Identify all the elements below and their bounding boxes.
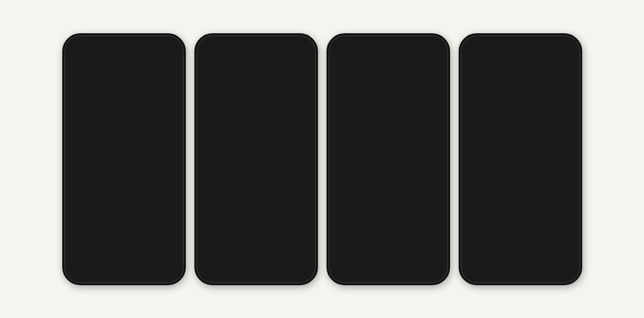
autosave-card-icon: ⇄: [476, 173, 491, 188]
transaction-amount: $20.00: [156, 235, 173, 242]
transaction-info: Postmates Today · Pending: [93, 151, 156, 163]
detail-value-advance: $250.00: [417, 198, 436, 203]
tracker-name: Dining & Drinks: [228, 80, 283, 87]
transaction-icon: 🛒: [75, 171, 88, 184]
card-action[interactable]: ▤ Card: [114, 98, 134, 126]
history-icon: ⇄: [469, 218, 481, 231]
detail-label-repayment: Repayment date: [341, 185, 379, 191]
tracker-bar: [228, 160, 283, 162]
tracker-fill: [228, 183, 261, 184]
tracker-amounts: $10 of $100: [288, 104, 303, 116]
close-button[interactable]: ✕: [75, 46, 86, 58]
list-item[interactable]: ⇄ AutoSave Jun 22 $2.06: [469, 252, 572, 271]
phone-screen-1: ✕ Checking AutoSave $938.03 balance ⇄ Tr…: [67, 38, 181, 280]
balance-amount: $938.03: [67, 67, 181, 82]
transaction-info: Duke Energy May 13: [93, 192, 153, 203]
list-item[interactable]: 🛍 Shopping Every Week $40 of $50: [199, 121, 313, 143]
transaction-amount: $122.86: [153, 194, 173, 201]
tab-checking[interactable]: Checking: [90, 46, 129, 58]
table-row[interactable]: 🛒 Walmart May 11 $18.20: [75, 208, 173, 229]
list-item[interactable]: 🍴 Dining & Drinks Every Week $13 of $100: [199, 76, 313, 98]
autosave-card-name: AutoSave: [496, 174, 550, 181]
detail-row-repayment: Repayment date Fri, Aug 14: [341, 182, 436, 194]
more-action[interactable]: ··· More: [147, 98, 167, 126]
tracker-freq: Every Week: [228, 131, 286, 136]
phone-cash-advance: Cash Advance $250 ✓ Advanced How did I g…: [327, 33, 450, 285]
transaction-name: Walmart: [93, 212, 156, 219]
history-info: AutoSave Jun 28: [486, 200, 551, 211]
cash-advance-title: Cash Advance: [331, 38, 445, 65]
history-info: AutoSave Jun 23: [486, 237, 551, 248]
advance-amount: $250: [370, 85, 406, 104]
detail-row-date: Date advanced Sun, Aug 9: [341, 155, 436, 168]
autosave-card[interactable]: ⇄ AutoSave +$40 / week Edit: [469, 168, 572, 193]
tracker-icon: 🚗: [209, 169, 223, 183]
more-label: More: [151, 121, 163, 126]
phone-autosave: » AutoSave $2,123.50 balance: [459, 33, 582, 285]
transaction-date: Today · Pending: [93, 157, 156, 163]
chart-svg: [468, 107, 573, 134]
history-date: Jun 28: [486, 206, 551, 211]
table-row[interactable]: 🛒 Walmart Yesterday · Pending $26.50: [75, 167, 173, 188]
history-amount: $2.06: [558, 259, 572, 264]
tracker-icon: ♥: [209, 192, 223, 206]
trackers-title: Trackers: [199, 38, 313, 64]
autosave-balance: $2,123.50: [501, 86, 539, 96]
list-item[interactable]: 🚗 Auto & Transport Every Week $60 of $10…: [199, 165, 313, 188]
transaction-name: Postmates: [93, 151, 156, 157]
tracker-name: Uber: [228, 102, 283, 109]
history-info: AutoSave Jun 27: [486, 219, 551, 230]
list-item[interactable]: ♥ Donations Every Month $75 of $100: [199, 188, 313, 210]
phone-trackers: Trackers All trackers 🍴 Dining & Drinks …: [194, 33, 318, 285]
table-row[interactable]: 🍴 Postmates Today · Pending $18.02: [75, 147, 173, 167]
check-icon: ✓: [373, 108, 377, 115]
tracker-bar: [228, 138, 286, 139]
tracker-icon: 💡: [209, 147, 223, 161]
tracker-amounts: $40 of $50: [290, 126, 304, 138]
history-info: AutoSave Jun 22: [486, 256, 554, 267]
list-item[interactable]: ⇄ AutoSave Jun 23 $30.20: [469, 234, 572, 252]
phones-container: ✕ Checking AutoSave $938.03 balance ⇄ Tr…: [48, 19, 596, 299]
how-link[interactable]: How did I get this amount?: [331, 142, 445, 155]
tracker-freq: Every Month: [228, 109, 283, 114]
history-date: Jun 22: [486, 261, 554, 267]
tracker-freq: Every Week: [228, 87, 283, 92]
tracker-amounts: $55 of $100: [288, 148, 303, 160]
tracker-bar: [228, 205, 283, 206]
list-item[interactable]: 🚗 Uber Every Month $10 of $100: [199, 98, 313, 121]
history-amount: $16.00: [556, 222, 572, 227]
detail-label-advance: Advance: [341, 198, 361, 203]
more-action[interactable]: ··· More: [527, 137, 545, 163]
tracker-info: Dining & Drinks Every Week: [228, 80, 283, 95]
tracker-amounts: $75 of $100: [288, 193, 303, 205]
transaction-icon: 🛒: [75, 212, 88, 225]
autosave-card-rate: +$40 / week: [496, 181, 550, 186]
badge-text: Advanced: [379, 108, 404, 114]
tracker-bar: [228, 116, 283, 117]
transfer-icon: ⇄: [496, 137, 514, 155]
history-amount: $30.20: [556, 240, 572, 246]
card-label: Card: [118, 121, 130, 126]
transfer-action[interactable]: ⇄ Transfer: [81, 98, 101, 126]
table-row[interactable]: ⚡ Duke Energy May 13 $122.86: [75, 188, 173, 208]
transaction-amount: $18.20: [156, 215, 173, 222]
tracker-fill: [228, 138, 274, 139]
history-name: AutoSave: [486, 200, 551, 206]
transactions-section: Transactions 🍴 Postmates Today · Pending…: [67, 132, 181, 249]
table-row[interactable]: ♥ Amazon books May 10 $20.00: [75, 229, 173, 249]
tracker-icon: 🚗: [209, 102, 223, 116]
transaction-date: Yesterday · Pending: [93, 178, 156, 183]
transaction-amount: $18.02: [156, 154, 173, 160]
tracker-freq: Every Month: [228, 198, 283, 203]
tab-autosave[interactable]: AutoSave: [134, 46, 173, 58]
transfer-label: Transfer: [81, 121, 100, 126]
detail-row-advance: Advance $250.00: [341, 194, 436, 207]
list-item[interactable]: ⇄ AutoSave Jun 28 $12.60: [469, 197, 572, 215]
transfer-action[interactable]: ⇄ Transfer: [496, 137, 514, 163]
phone-screen-2: Trackers All trackers 🍴 Dining & Drinks …: [199, 38, 313, 280]
list-item[interactable]: 💡 Bills & Utilities Every Month $55 of $…: [199, 143, 313, 165]
edit-button[interactable]: Edit: [555, 178, 565, 183]
list-item[interactable]: ⇄ AutoSave Jun 27 $16.00: [469, 215, 572, 234]
history-amount: $12.60: [556, 203, 572, 209]
history-date: Jun 23: [486, 243, 551, 248]
